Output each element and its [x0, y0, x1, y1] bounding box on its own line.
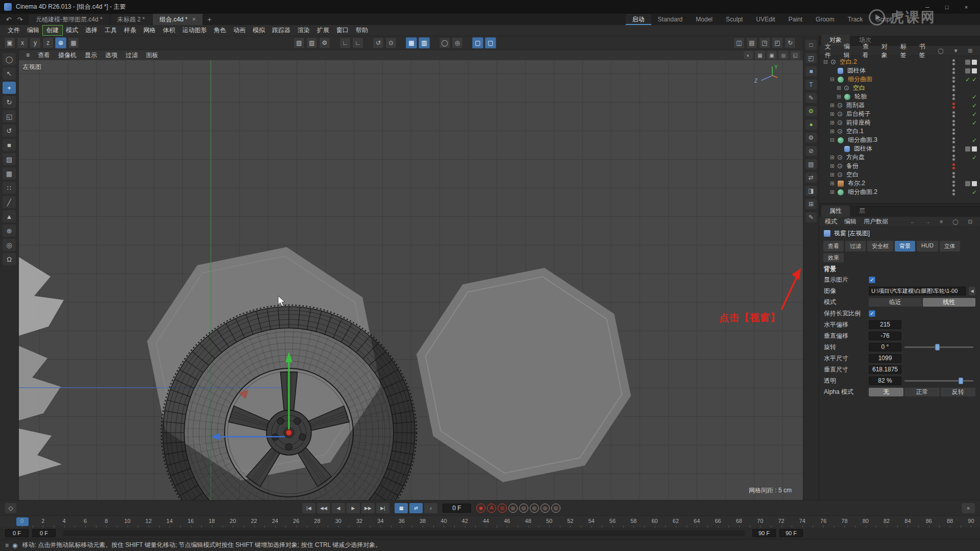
object-name-13[interactable]: 空白 — [844, 170, 861, 179]
attribute-field-9[interactable]: 82 % — [869, 377, 901, 385]
layout-tab-3[interactable]: Sculpt — [719, 14, 749, 25]
viewport-menu-0[interactable]: 查看 — [34, 51, 54, 60]
layout-tab-4[interactable]: UVEdit — [749, 14, 781, 25]
keyframe-position-toggle[interactable]: ◎ — [508, 504, 518, 513]
attribute-field-4[interactable]: 215 — [869, 320, 901, 329]
object-name-7[interactable]: 前排座椅 — [844, 118, 873, 127]
text-object-icon[interactable]: T — [805, 80, 817, 90]
menubar-item-0[interactable]: 文件 — [4, 26, 23, 35]
timeline-options-icon[interactable]: ≡ — [962, 503, 975, 513]
layout-tab-8[interactable]: Script — [869, 14, 898, 25]
range-field-3[interactable]: 90 F — [779, 529, 803, 537]
visibility-dots-14[interactable] — [950, 181, 957, 187]
viewport-filter-icon[interactable]: ◰ — [805, 53, 817, 63]
workplane-mode-icon[interactable]: ▦ — [3, 167, 16, 180]
attribute-manager-tab-0[interactable]: 属性 — [821, 206, 850, 217]
object-name-3[interactable]: 空白 — [851, 84, 867, 92]
object-name-15[interactable]: 细分曲面.2 — [846, 188, 879, 196]
visibility-dots-11[interactable] — [950, 155, 957, 161]
wireframe-toggle-icon[interactable]: ▦ — [755, 51, 765, 59]
menubar-item-16[interactable]: 窗口 — [333, 26, 352, 35]
menubar-item-14[interactable]: 渲染 — [294, 26, 313, 35]
viewport-solo-icon[interactable]: ▣ — [4, 37, 15, 48]
attribute-option-2-1[interactable]: 线性 — [923, 298, 976, 307]
menubar-item-10[interactable]: 角色 — [210, 26, 230, 35]
attribute-option-10-1[interactable]: 正常 — [904, 388, 939, 396]
save-image-icon[interactable]: ◳ — [759, 37, 770, 48]
menubar-item-17[interactable]: 帮助 — [352, 26, 372, 35]
object-row-9[interactable]: ⊟细分曲面.3✓ — [819, 136, 980, 144]
range-slider-track[interactable] — [63, 530, 745, 536]
expander-icon-4[interactable]: ⊞ — [836, 93, 842, 100]
viewport-menu-4[interactable]: 过滤 — [121, 51, 142, 60]
object-name-0[interactable]: 空白.2 — [838, 58, 859, 66]
attribute-browse-button-1[interactable]: ◀ — [969, 287, 975, 295]
coordinate-system-icon[interactable]: ⊕ — [55, 37, 66, 48]
render-picture-viewer-button[interactable]: ▨ — [306, 37, 317, 48]
object-row-0[interactable]: ⊟空白.2 — [819, 58, 980, 66]
object-tags-11[interactable]: ✓ — [957, 155, 977, 161]
enable-snap-icon[interactable]: ◯ — [439, 37, 450, 48]
visibility-dots-0[interactable] — [950, 59, 957, 65]
loop-playback-toggle[interactable]: ⇄ — [409, 503, 423, 513]
attribute-option-10-0[interactable]: 无 — [869, 388, 903, 396]
rotate-tool-icon[interactable]: ↻ — [3, 96, 16, 108]
menubar-item-2[interactable]: 创建 — [43, 26, 62, 35]
om-search-icon[interactable]: ◯ — [935, 48, 947, 54]
expander-icon-14[interactable]: ⊞ — [829, 180, 836, 187]
object-tags-10[interactable] — [957, 146, 977, 152]
primitive-cube-icon[interactable]: ■ — [805, 66, 817, 77]
object-tags-6[interactable]: ✓ — [957, 111, 977, 117]
zoom-tool-icon[interactable]: ◯ — [3, 53, 16, 65]
axis-mode-icon[interactable]: ⊕ — [3, 224, 16, 237]
view-tab-0[interactable]: 查看 — [823, 241, 844, 252]
menubar-item-4[interactable]: 选择 — [82, 26, 101, 35]
layout-tab-0[interactable]: 启动 — [626, 14, 651, 25]
object-row-13[interactable]: ⊞空白 — [819, 170, 980, 179]
visibility-dots-13[interactable] — [950, 172, 957, 178]
scale-tool-icon[interactable]: ◱ — [3, 110, 16, 122]
settings-gear-icon[interactable]: ⚙ — [805, 133, 817, 143]
object-row-8[interactable]: ⊞空白.1 — [819, 127, 980, 136]
visibility-dots-4[interactable] — [950, 94, 957, 100]
attribute-option-2-0[interactable]: 临近 — [869, 298, 922, 307]
object-name-4[interactable]: 轮胎 — [852, 92, 869, 101]
view-tab-3[interactable]: 背景 — [895, 241, 915, 252]
timeline-ruler[interactable]: 0246810121416182022242628303234363840424… — [0, 515, 980, 528]
gizmo-world-icon[interactable]: ∟ — [352, 37, 363, 48]
undo-icon[interactable]: ↶ — [4, 16, 13, 23]
view-tab-5[interactable]: 立体 — [940, 241, 960, 252]
lock-y-button[interactable]: y — [30, 37, 41, 48]
maximize-view-icon[interactable]: ◱ — [791, 51, 800, 59]
object-name-5[interactable]: 雨刮器 — [844, 101, 867, 110]
toggle-modeling-icon[interactable]: ▢ — [485, 37, 496, 48]
document-tab-1[interactable]: 未标题 2 * — [110, 14, 153, 25]
object-row-2[interactable]: ⊟细分曲面✓✓ — [819, 75, 980, 84]
keyframe-scale-toggle[interactable]: ◎ — [519, 504, 528, 513]
annotate-pen-icon[interactable]: ✎ — [805, 212, 817, 222]
go-to-start-button[interactable]: |◀ — [302, 503, 315, 513]
attribute-option-10-2[interactable]: 反转 — [941, 388, 975, 396]
edges-mode-icon[interactable]: ╱ — [3, 196, 16, 208]
reset-rotation-icon[interactable]: ↺ — [373, 37, 384, 48]
grid-snap-icon[interactable]: ▦ — [406, 37, 417, 48]
visibility-dots-12[interactable] — [950, 163, 957, 169]
render-settings-button[interactable]: ⚙ — [319, 37, 330, 48]
visibility-dots-2[interactable] — [950, 77, 957, 83]
object-row-7[interactable]: ⊞前排座椅✓ — [819, 118, 980, 127]
object-row-4[interactable]: ⊞轮胎✓ — [819, 92, 980, 101]
next-frame-button[interactable]: ▶▶ — [361, 503, 375, 513]
expander-icon-7[interactable]: ⊞ — [829, 119, 836, 126]
view-tab-2[interactable]: 安全框 — [867, 241, 893, 252]
visibility-dots-15[interactable] — [950, 189, 957, 195]
go-to-end-button[interactable]: ▶| — [376, 503, 389, 513]
attribute-checkbox-3[interactable]: ✓ — [869, 310, 875, 317]
object-name-11[interactable]: 方向盘 — [844, 153, 867, 162]
record-active-objects-button[interactable]: ◉ — [476, 504, 485, 513]
attr-menu-icon[interactable]: ≡ — [937, 219, 947, 224]
expander-icon-13[interactable]: ⊞ — [829, 171, 836, 178]
object-row-3[interactable]: ⊞空白 — [819, 84, 980, 92]
split-panel-icon[interactable]: ◨ — [805, 186, 817, 196]
menubar-item-15[interactable]: 扩展 — [313, 26, 333, 35]
object-tags-7[interactable]: ✓ — [957, 120, 977, 126]
